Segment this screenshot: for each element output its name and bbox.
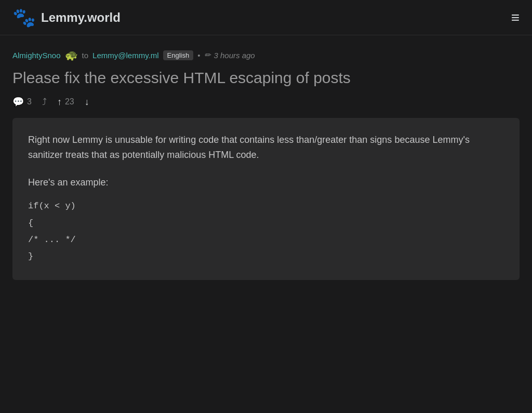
post-body-code-block: if(x < y) { /* ... */ } xyxy=(28,198,504,265)
navbar-brand[interactable]: 🐾 Lemmy.world xyxy=(12,8,121,27)
downvote-icon: ↓ xyxy=(85,97,89,108)
hamburger-menu-icon[interactable]: ≡ xyxy=(511,10,520,25)
post-meta: AlmightySnoo 🐢 to Lemmy@lemmy.ml English… xyxy=(12,50,520,60)
lemmy-logo-icon: 🐾 xyxy=(12,8,36,27)
post-body-paragraph: Right now Lemmy is unusable for writing … xyxy=(28,132,504,163)
post-community-link[interactable]: Lemmy@lemmy.ml xyxy=(92,51,158,60)
share-icon: ⤴ xyxy=(42,97,47,108)
upvote-action[interactable]: ↑ 23 xyxy=(57,97,74,108)
code-line-3: /* ... */ xyxy=(28,232,504,248)
post-body-example-label: Here's an example: xyxy=(28,175,504,190)
post-to-label: to xyxy=(82,51,89,60)
comment-count: 3 xyxy=(27,97,32,106)
language-badge: English xyxy=(163,50,194,60)
upvote-count: 23 xyxy=(65,97,74,106)
post-body-card: Right now Lemmy is unusable for writing … xyxy=(12,118,520,280)
separator-dot: • xyxy=(197,51,200,60)
post-title: Please fix the excessive HTML escaping o… xyxy=(12,68,520,88)
site-title: Lemmy.world xyxy=(41,10,121,25)
post-timestamp: ✏ 3 hours ago xyxy=(204,50,255,60)
post-time-text: 3 hours ago xyxy=(214,51,255,60)
downvote-action[interactable]: ↓ xyxy=(85,97,89,108)
upvote-icon: ↑ xyxy=(57,97,62,108)
navbar: 🐾 Lemmy.world ≡ xyxy=(0,0,532,35)
post-author-link[interactable]: AlmightySnoo xyxy=(12,51,61,60)
author-emoji: 🐢 xyxy=(65,50,78,60)
comment-action[interactable]: 💬 3 xyxy=(12,96,32,108)
comment-icon: 💬 xyxy=(12,96,24,108)
main-content: AlmightySnoo 🐢 to Lemmy@lemmy.ml English… xyxy=(0,35,532,290)
code-line-4: } xyxy=(28,248,504,265)
code-line-1: if(x < y) xyxy=(28,198,504,215)
share-action[interactable]: ⤴ xyxy=(42,97,47,108)
post-actions-bar: 💬 3 ⤴ ↑ 23 ↓ xyxy=(12,96,520,108)
code-line-2: { xyxy=(28,215,504,232)
edit-icon: ✏ xyxy=(204,50,211,60)
